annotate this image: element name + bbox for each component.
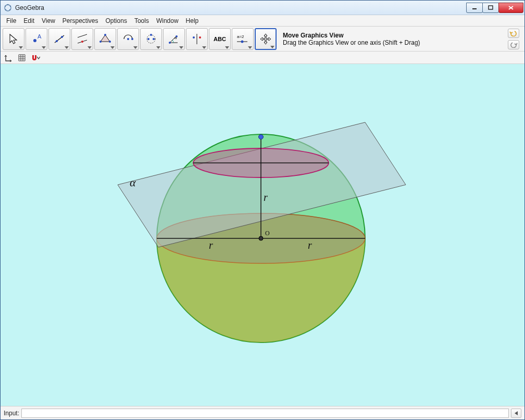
svg-point-3 bbox=[9, 9, 11, 10]
svg-point-19 bbox=[104, 34, 106, 36]
svg-point-49 bbox=[259, 135, 264, 139]
minimize-button[interactable] bbox=[466, 3, 483, 13]
svg-point-2 bbox=[10, 5, 11, 7]
redo-icon bbox=[509, 42, 518, 48]
angle-icon: a bbox=[167, 32, 181, 46]
cursor-icon bbox=[7, 32, 20, 46]
slider-icon: a=2 bbox=[235, 32, 251, 46]
svg-marker-50 bbox=[515, 411, 518, 415]
svg-point-23 bbox=[131, 38, 133, 40]
svg-point-25 bbox=[147, 38, 149, 40]
tool-perpendicular[interactable] bbox=[71, 28, 93, 50]
graphics-view[interactable]: α r r r O bbox=[1, 64, 524, 406]
graphics-toolbar bbox=[1, 52, 524, 64]
svg-rect-7 bbox=[489, 6, 493, 9]
window-title: GeoGebra bbox=[15, 4, 44, 11]
menu-perspectives[interactable]: Perspectives bbox=[59, 16, 102, 26]
grid-toggle[interactable] bbox=[17, 53, 27, 62]
menu-help[interactable]: Help bbox=[182, 16, 203, 26]
grid-icon bbox=[18, 54, 26, 62]
undo-button[interactable] bbox=[508, 29, 519, 38]
perpendicular-icon bbox=[76, 32, 89, 46]
app-icon bbox=[4, 4, 12, 12]
tool-reflect[interactable] bbox=[186, 28, 208, 50]
svg-text:a=2: a=2 bbox=[237, 34, 244, 39]
titlebar: GeoGebra bbox=[1, 1, 524, 15]
svg-point-10 bbox=[33, 39, 36, 42]
svg-point-13 bbox=[56, 40, 58, 42]
redo-button[interactable] bbox=[508, 40, 519, 49]
svg-point-17 bbox=[81, 41, 83, 43]
tool-angle[interactable]: a bbox=[163, 28, 185, 50]
reflect-icon bbox=[190, 32, 204, 46]
axes-icon bbox=[4, 54, 12, 62]
svg-point-26 bbox=[153, 38, 155, 40]
input-bar: Input: bbox=[1, 406, 524, 419]
svg-point-4 bbox=[5, 9, 7, 10]
input-label: Input: bbox=[4, 410, 19, 417]
point-icon: A bbox=[30, 32, 43, 46]
menu-window[interactable]: Window bbox=[153, 16, 182, 26]
axes-toggle[interactable] bbox=[4, 53, 13, 62]
toolbar-right bbox=[508, 29, 522, 49]
tool-move[interactable] bbox=[3, 28, 24, 50]
svg-point-5 bbox=[5, 5, 6, 7]
svg-line-16 bbox=[78, 34, 87, 37]
svg-point-48 bbox=[259, 236, 263, 240]
command-input[interactable] bbox=[21, 409, 509, 418]
chevron-down-icon bbox=[36, 54, 40, 61]
close-button[interactable] bbox=[498, 3, 523, 13]
svg-point-36 bbox=[241, 40, 244, 43]
svg-point-21 bbox=[99, 41, 102, 43]
svg-point-22 bbox=[127, 38, 129, 40]
circle-icon bbox=[121, 32, 135, 46]
snap-toggle[interactable] bbox=[31, 53, 40, 62]
undo-icon bbox=[509, 30, 518, 36]
svg-text:a: a bbox=[174, 35, 177, 40]
tool-description: Move Graphics View Drag the Graphics Vie… bbox=[283, 32, 507, 46]
main-toolbar: A a ABC bbox=[1, 27, 524, 52]
tool-move-view[interactable] bbox=[255, 28, 277, 50]
svg-text:A: A bbox=[38, 33, 42, 40]
play-left-icon bbox=[513, 410, 519, 416]
menubar: File Edit View Perspectives Options Tool… bbox=[1, 15, 524, 27]
label-origin: O bbox=[265, 230, 270, 237]
svg-point-27 bbox=[150, 34, 152, 36]
label-r-right: r bbox=[308, 239, 312, 251]
menu-view[interactable]: View bbox=[38, 16, 59, 26]
svg-point-33 bbox=[199, 36, 201, 39]
diagram-svg bbox=[1, 64, 524, 397]
svg-point-32 bbox=[193, 36, 195, 39]
magnet-icon bbox=[31, 54, 36, 61]
window-controls bbox=[467, 3, 523, 13]
svg-point-28 bbox=[169, 42, 171, 44]
label-r-top: r bbox=[264, 192, 268, 203]
menu-options[interactable]: Options bbox=[102, 16, 131, 26]
tool-desc-title: Move Graphics View bbox=[283, 32, 507, 39]
app-window: GeoGebra File Edit View Perspectives Opt… bbox=[0, 0, 525, 420]
menu-edit[interactable]: Edit bbox=[20, 16, 38, 26]
tool-line[interactable] bbox=[48, 28, 70, 50]
line-icon bbox=[53, 32, 66, 46]
input-help-button[interactable] bbox=[511, 409, 521, 418]
maximize-button[interactable] bbox=[482, 3, 499, 13]
svg-point-14 bbox=[61, 36, 63, 38]
svg-point-1 bbox=[7, 4, 9, 5]
label-alpha: α bbox=[130, 176, 136, 189]
tool-slider[interactable]: a=2 bbox=[232, 28, 254, 50]
menu-tools[interactable]: Tools bbox=[131, 16, 153, 26]
tool-desc-hint: Drag the Graphics View or one axis (Shif… bbox=[283, 39, 507, 46]
ellipse-icon bbox=[144, 32, 158, 46]
tool-point[interactable]: A bbox=[26, 28, 47, 50]
move-view-icon bbox=[259, 32, 272, 46]
tool-polygon[interactable] bbox=[94, 28, 116, 50]
label-r-left: r bbox=[209, 239, 213, 251]
text-icon: ABC bbox=[214, 36, 226, 42]
tool-text[interactable]: ABC bbox=[209, 28, 231, 50]
menu-file[interactable]: File bbox=[3, 16, 20, 26]
polygon-icon bbox=[98, 32, 112, 46]
svg-point-20 bbox=[109, 41, 111, 43]
tool-circle[interactable] bbox=[117, 28, 139, 50]
tool-ellipse[interactable] bbox=[140, 28, 162, 50]
